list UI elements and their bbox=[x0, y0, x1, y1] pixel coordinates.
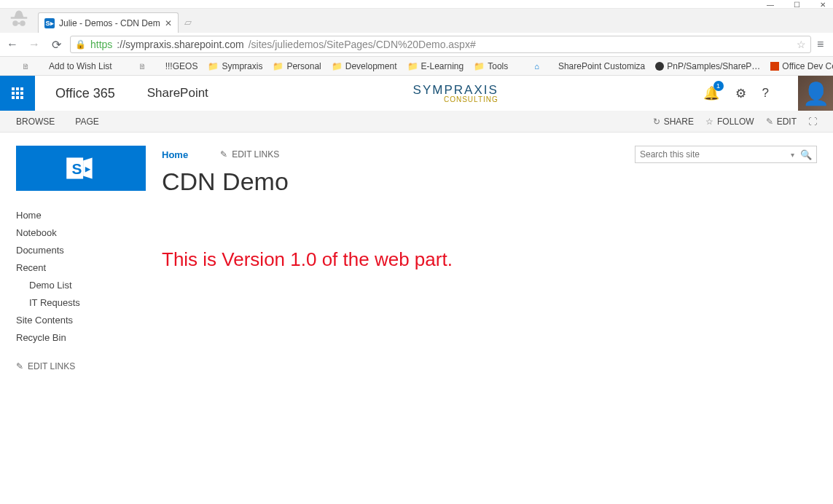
focus-button[interactable]: ⛶ bbox=[808, 117, 817, 127]
top-nav: Home ✎ EDIT LINKS ▾ 🔍 bbox=[162, 146, 817, 163]
browser-tab-row: S▸ Julie - Demos - CDN Dem ✕ ▱ bbox=[0, 9, 833, 33]
office-icon bbox=[770, 62, 779, 71]
bookmark-item[interactable]: 📁Personal bbox=[273, 61, 321, 71]
svg-text:▶: ▶ bbox=[85, 165, 91, 173]
notifications-button[interactable]: 🔔 1 bbox=[703, 85, 719, 101]
folder-icon: 📁 bbox=[208, 61, 219, 71]
suite-brand[interactable]: Office 365 bbox=[55, 86, 115, 101]
nav-documents[interactable]: Documents bbox=[16, 245, 146, 256]
site-logo: SYMPRAXIS CONSULTING bbox=[413, 84, 498, 103]
page-icon: 🗎 bbox=[122, 49, 163, 84]
window-close-button[interactable]: ✕ bbox=[818, 0, 827, 9]
bookmark-item[interactable]: ⌂SharePoint Customiza bbox=[518, 49, 645, 84]
bookmark-item[interactable]: PnP/Samples/ShareP… bbox=[655, 61, 760, 71]
site-logo-tile[interactable]: S ▶ bbox=[16, 146, 146, 191]
left-column: S ▶ Home Notebook Documents Recent Demo … bbox=[16, 146, 146, 371]
window-maximize-button[interactable]: ☐ bbox=[792, 0, 801, 9]
notifications-badge: 1 bbox=[713, 81, 724, 91]
follow-button[interactable]: ☆FOLLOW bbox=[705, 117, 754, 127]
settings-button[interactable]: ⚙ bbox=[735, 86, 746, 101]
topnav-home[interactable]: Home bbox=[162, 149, 188, 160]
github-icon bbox=[655, 62, 664, 71]
pencil-icon: ✎ bbox=[16, 361, 23, 371]
ribbon-tab-browse[interactable]: BROWSE bbox=[16, 117, 55, 127]
url-path: /sites/juliedemos/SitePages/CDN%20Demo.a… bbox=[249, 39, 476, 50]
focus-icon: ⛶ bbox=[808, 117, 817, 127]
tab-title: Julie - Demos - CDN Dem bbox=[59, 18, 160, 28]
sharepoint-icon: ⌂ bbox=[518, 49, 555, 84]
bookmark-item[interactable]: 📁Sympraxis bbox=[208, 61, 262, 71]
search-box[interactable]: ▾ 🔍 bbox=[635, 146, 817, 163]
ribbon-bar: BROWSE PAGE ↻SHARE ☆FOLLOW ✎EDIT ⛶ bbox=[0, 111, 833, 133]
bookmark-item[interactable]: 🗎!!!GEOS bbox=[122, 49, 198, 84]
folder-icon: 📁 bbox=[332, 61, 343, 71]
nav-demo-list[interactable]: Demo List bbox=[16, 280, 146, 291]
browser-tab[interactable]: S▸ Julie - Demos - CDN Dem ✕ bbox=[38, 12, 179, 33]
folder-icon: 📁 bbox=[273, 61, 283, 71]
tab-close-icon[interactable]: ✕ bbox=[165, 18, 172, 28]
page-title: CDN Demo bbox=[162, 168, 817, 196]
waffle-icon bbox=[12, 87, 23, 99]
page-body: S ▶ Home Notebook Documents Recent Demo … bbox=[0, 133, 833, 385]
svg-point-0 bbox=[12, 20, 18, 26]
incognito-icon bbox=[6, 7, 32, 33]
help-icon: ? bbox=[762, 86, 769, 100]
bookmark-star-icon[interactable]: ☆ bbox=[797, 39, 806, 50]
nav-home[interactable]: Home bbox=[16, 210, 146, 221]
search-icon[interactable]: 🔍 bbox=[800, 149, 812, 160]
window-minimize-button[interactable]: — bbox=[766, 0, 775, 9]
edit-button[interactable]: ✎EDIT bbox=[766, 117, 797, 127]
bookmark-item[interactable]: Office Dev Center - Fa bbox=[770, 61, 833, 71]
window-titlebar: — ☐ ✕ bbox=[0, 0, 833, 9]
webpart-text: This is Version 1.0 of the web part. bbox=[162, 248, 817, 271]
folder-icon: 📁 bbox=[407, 61, 418, 71]
svg-point-1 bbox=[20, 20, 26, 26]
sharepoint-s-icon: S ▶ bbox=[62, 153, 100, 184]
folder-icon: 📁 bbox=[474, 61, 485, 71]
user-avatar[interactable]: 👤 bbox=[798, 76, 833, 111]
bookmark-item[interactable]: 📁Tools bbox=[474, 61, 508, 71]
bookmark-item[interactable]: 📁E-Learning bbox=[407, 61, 464, 71]
app-launcher-button[interactable] bbox=[0, 76, 35, 111]
nav-recycle-bin[interactable]: Recycle Bin bbox=[16, 332, 146, 343]
search-input[interactable] bbox=[640, 149, 791, 160]
pencil-icon: ✎ bbox=[220, 149, 227, 160]
nav-it-requests[interactable]: IT Requests bbox=[16, 297, 146, 308]
pencil-icon: ✎ bbox=[766, 117, 773, 127]
bookmarks-bar: 🗎Add to Wish List 🗎!!!GEOS 📁Sympraxis 📁P… bbox=[0, 57, 833, 76]
gear-icon: ⚙ bbox=[735, 87, 746, 101]
svg-text:S: S bbox=[72, 160, 82, 177]
main-column: Home ✎ EDIT LINKS ▾ 🔍 CDN Demo This is V… bbox=[162, 146, 817, 371]
nav-site-contents[interactable]: Site Contents bbox=[16, 315, 146, 326]
ribbon-tab-page[interactable]: PAGE bbox=[75, 117, 98, 127]
tab-favicon-icon: S▸ bbox=[44, 18, 55, 28]
nav-recent[interactable]: Recent bbox=[16, 262, 146, 273]
suite-app-name[interactable]: SharePoint bbox=[147, 86, 208, 101]
quick-launch: Home Notebook Documents Recent Demo List… bbox=[16, 210, 146, 371]
nav-edit-links-button[interactable]: ✎ EDIT LINKS bbox=[16, 361, 146, 371]
ribbon-right: ↻SHARE ☆FOLLOW ✎EDIT ⛶ bbox=[653, 117, 817, 127]
star-icon: ☆ bbox=[705, 117, 713, 127]
share-button[interactable]: ↻SHARE bbox=[653, 117, 694, 127]
help-button[interactable]: ? bbox=[762, 86, 769, 101]
ribbon-left: BROWSE PAGE bbox=[16, 117, 99, 127]
bookmark-item[interactable]: 📁Development bbox=[332, 61, 397, 71]
new-tab-button[interactable]: ▱ bbox=[184, 17, 198, 30]
browser-menu-icon[interactable]: ≡ bbox=[817, 38, 829, 51]
nav-notebook[interactable]: Notebook bbox=[16, 227, 146, 238]
chevron-down-icon[interactable]: ▾ bbox=[791, 151, 794, 159]
share-icon: ↻ bbox=[653, 117, 660, 127]
topnav-edit-links[interactable]: ✎ EDIT LINKS bbox=[220, 149, 279, 160]
suite-actions: 🔔 1 ⚙ ? 👤 bbox=[703, 76, 833, 111]
